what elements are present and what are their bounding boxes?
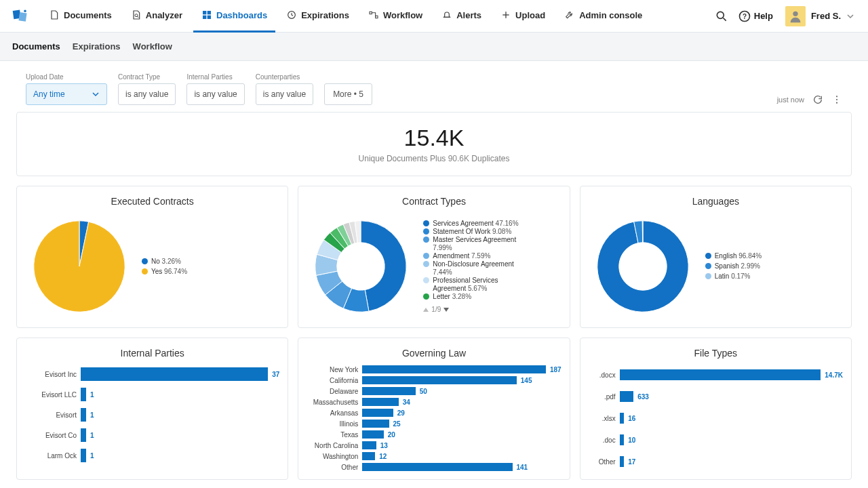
governing-law-bars[interactable]: New York187California145Delaware50Massac… [307,364,561,472]
search-icon[interactable] [715,9,728,23]
bar-row[interactable]: New York187 [307,364,561,375]
internal-parties-bars[interactable]: Evisort Inc37Evisort LLC1Evisort1Evisort… [25,364,279,466]
filter-contract-type: Contract Typeis any value [118,73,176,105]
legend-item[interactable]: Yes 96.74% [142,268,187,276]
kebab-menu-icon[interactable] [831,94,842,105]
clock-icon [286,9,297,20]
legend-pager[interactable]: 1/9 [423,306,532,314]
bar-label: Evisort Co [25,432,77,439]
bar-row[interactable]: Arkansas29 [307,407,561,418]
nav-label: Expirations [301,10,349,20]
bar-row[interactable]: .docx14.7K [589,364,843,386]
nav-expirations[interactable]: Expirations [278,0,357,33]
legend-item[interactable]: Spanish 2.99% [705,262,762,270]
bar-label: Evisort Inc [25,371,77,378]
chart-title: Executed Contracts [25,196,279,207]
bar-row[interactable]: Massachusetts34 [307,396,561,407]
filter-select[interactable]: Any time [26,83,107,105]
dash-icon [201,9,212,20]
legend-item[interactable]: No 3.26% [142,258,187,266]
bar-row[interactable]: .xlsx16 [589,407,843,429]
bar-row[interactable]: Other17 [589,451,843,472]
bar-row[interactable]: .doc10 [589,429,843,451]
legend-item[interactable]: Statement Of Work 9.08% [423,228,532,236]
legend-item[interactable]: English 96.84% [705,252,762,260]
nav-upload[interactable]: Upload [492,0,553,33]
bar-row[interactable]: Texas20 [307,429,561,440]
bar-row[interactable]: Other141 [307,462,561,472]
nav-items: DocumentsAnalyzerDashboardsExpirationsWo… [41,0,650,33]
bar-value: 13 [380,442,388,449]
contract-types-card: Contract Types Services Agreement 47.16%… [298,186,570,328]
bar-value: 145 [521,377,532,384]
bar-label: Other [589,458,616,466]
bar-row[interactable]: Evisort Inc37 [25,364,279,384]
refresh-icon[interactable] [812,94,823,105]
bar-label: Arkansas [307,409,358,417]
executed-contracts-card: Executed Contracts No 3.26%Yes 96.74% [16,186,288,328]
help-link[interactable]: ? Help [738,9,773,23]
bar-row[interactable]: Washington12 [307,451,561,462]
bar-row[interactable]: Evisort LLC1 [25,384,279,405]
nav-workflow[interactable]: Workflow [360,0,431,33]
bar-label: Illinois [307,420,358,428]
bar-value: 25 [393,420,401,428]
languages-legend: English 96.84%Spanish 2.99%Latin 0.17% [705,252,762,281]
subnav-expirations[interactable]: Expirations [73,41,121,52]
legend-item[interactable]: Latin 0.17% [705,272,762,281]
bar-value: 20 [388,431,395,439]
bar-row[interactable]: Delaware50 [307,386,561,396]
help-label: Help [754,11,773,21]
wrench-icon [564,9,575,20]
bar-label: Evisort LLC [25,391,77,399]
contract-types-donut[interactable] [307,212,415,321]
nav-dashboards[interactable]: Dashboards [193,0,275,33]
chart-title: File Types [589,348,843,359]
bar-row[interactable]: Illinois25 [307,418,561,429]
governing-law-card: Governing Law New York187California145De… [298,338,570,480]
filter-bar: Upload DateAny timeContract Typeis any v… [16,61,852,112]
filter-select[interactable]: is any value [256,83,313,105]
bar-row[interactable]: Larm Ock1 [25,445,279,466]
chart-title: Governing Law [307,348,561,359]
bar-row[interactable]: Evisort1 [25,405,279,425]
chevron-down-icon [846,12,854,20]
bar-value: 1 [90,391,94,399]
filter-select[interactable]: is any value [118,83,176,105]
nav-analyzer[interactable]: Analyzer [123,0,191,33]
svg-line-16 [723,18,726,20]
legend-item[interactable]: Non-Disclosure Agreement 7.44% [423,260,532,277]
languages-card: Languages English 96.84%Spanish 2.99%Lat… [580,186,852,328]
bar-row[interactable]: California145 [307,375,561,386]
nav-label: Alerts [456,10,481,20]
nav-alerts[interactable]: Alerts [433,0,490,33]
user-name: Fred S. [811,11,841,21]
bar-value: 1 [90,411,94,419]
nav-admin-console[interactable]: Admin console [556,0,650,33]
legend-item[interactable]: Master Services Agreement 7.99% [423,236,532,252]
user-menu[interactable]: Fred S. [783,5,857,28]
bar-row[interactable]: Evisort Co1 [25,425,279,445]
languages-donut[interactable] [589,212,697,321]
subnav-documents[interactable]: Documents [12,41,60,52]
refresh-status: just now [777,96,804,104]
filter-more-button[interactable]: More • 5 [324,83,372,105]
bar-label: Larm Ock [25,452,77,460]
file-types-bars[interactable]: .docx14.7K.pdf633.xlsx16.doc10Other17 [589,364,843,472]
legend-item[interactable]: Letter 3.28% [423,293,532,301]
nav-documents[interactable]: Documents [41,0,120,33]
svg-point-2 [24,9,26,12]
legend-item[interactable]: Professional Services Agreement 5.67% [423,277,532,293]
bar-row[interactable]: .pdf633 [589,386,843,407]
bar-label: .docx [589,371,616,379]
legend-item[interactable]: Services Agreement 47.16% [423,220,532,228]
bar-label: Delaware [307,388,358,395]
chevron-down-icon [92,90,100,98]
subnav-workflow[interactable]: Workflow [133,41,172,52]
bar-row[interactable]: North Carolina13 [307,440,561,451]
filter-select[interactable]: is any value [186,83,244,105]
nav-label: Upload [515,10,545,20]
legend-item[interactable]: Amendment 7.59% [423,252,532,260]
file-types-card: File Types .docx14.7K.pdf633.xlsx16.doc1… [580,338,852,480]
executed-pie-chart[interactable] [25,212,134,321]
